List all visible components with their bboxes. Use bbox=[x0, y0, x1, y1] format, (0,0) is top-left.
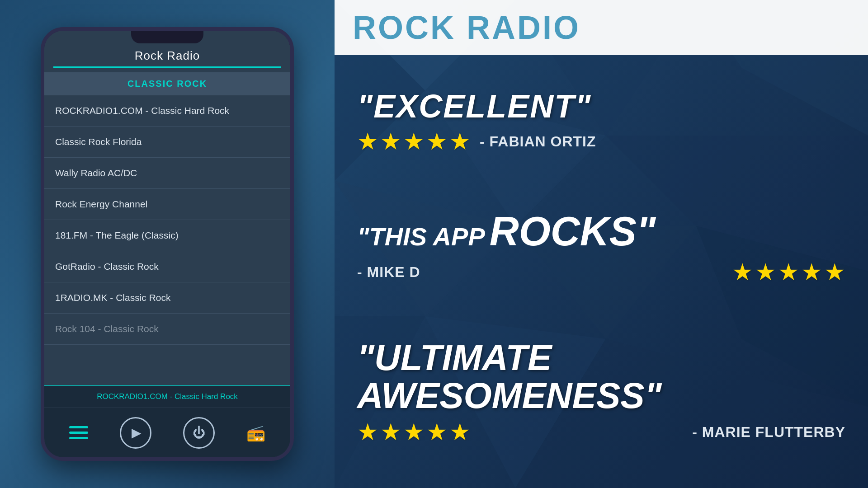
app-name: Rock Radio bbox=[53, 49, 281, 63]
play-button[interactable]: ▶ bbox=[120, 417, 151, 449]
star-2: ★ bbox=[380, 418, 401, 446]
hamburger-line-2 bbox=[69, 432, 88, 434]
review-1-stars: ★ ★ ★ ★ ★ bbox=[357, 128, 471, 155]
station-list: ROCKRADIO1.COM - Classic Hard Rock Class… bbox=[44, 95, 290, 385]
star-1: ★ bbox=[357, 128, 378, 155]
station-item[interactable]: Rock 104 - Classic Rock bbox=[44, 314, 290, 345]
review-2-quote-large: ROCKS" bbox=[490, 208, 656, 255]
phone-notch bbox=[131, 31, 203, 43]
review-3-stars-row: ★ ★ ★ ★ ★ - MARIE FLUTTERBY bbox=[357, 418, 845, 446]
radio-icon: 📻 bbox=[246, 424, 265, 442]
menu-button[interactable] bbox=[69, 426, 88, 439]
phone-frame: Rock Radio CLASSIC ROCK ROCKRADIO1.COM -… bbox=[41, 27, 294, 461]
station-name: 181.FM - The Eagle (Classic) bbox=[55, 230, 179, 240]
star-1: ★ bbox=[357, 418, 378, 446]
star-4: ★ bbox=[801, 258, 822, 286]
review-3-quote: "ULTIMATEAWESOMENESS" bbox=[357, 339, 845, 415]
station-item[interactable]: ROCKRADIO1.COM - Classic Hard Rock bbox=[44, 95, 290, 127]
radio-button[interactable]: 📻 bbox=[246, 424, 265, 442]
review-1-quote: "EXCELLENT" bbox=[357, 89, 845, 124]
star-5: ★ bbox=[824, 258, 845, 286]
star-5: ★ bbox=[449, 418, 471, 446]
station-item[interactable]: Rock Energy Channel bbox=[44, 189, 290, 220]
hamburger-icon bbox=[69, 426, 88, 439]
play-icon: ▶ bbox=[132, 425, 142, 440]
review-2-reviewer: - MIKE D bbox=[357, 264, 420, 281]
station-name: Classic Rock Florida bbox=[55, 136, 142, 147]
review-2: "THIS APP ROCKS" - MIKE D ★ ★ ★ ★ ★ bbox=[357, 208, 845, 286]
phone-screen: Rock Radio CLASSIC ROCK ROCKRADIO1.COM -… bbox=[44, 31, 290, 457]
review-3-reviewer: - MARIE FLUTTERBY bbox=[692, 424, 845, 441]
section-header: CLASSIC ROCK bbox=[44, 72, 290, 95]
review-3: "ULTIMATEAWESOMENESS" ★ ★ ★ ★ ★ - MARIE … bbox=[357, 339, 845, 446]
hamburger-line-3 bbox=[69, 437, 88, 439]
station-item[interactable]: GotRadio - Classic Rock bbox=[44, 251, 290, 282]
hamburger-line-1 bbox=[69, 426, 88, 428]
review-2-stars: ★ ★ ★ ★ ★ bbox=[732, 258, 845, 286]
section-header-text: CLASSIC ROCK bbox=[127, 79, 207, 89]
review-3-stars: ★ ★ ★ ★ ★ bbox=[357, 418, 471, 446]
station-name: 1RADIO.MK - Classic Rock bbox=[55, 292, 171, 303]
star-5: ★ bbox=[449, 128, 471, 155]
station-name: Rock Energy Channel bbox=[55, 199, 147, 209]
review-2-quote-small: "THIS APP bbox=[357, 222, 485, 251]
reviews-area: "EXCELLENT" ★ ★ ★ ★ ★ - FABIAN ORTIZ "TH… bbox=[335, 55, 868, 488]
station-item[interactable]: 1RADIO.MK - Classic Rock bbox=[44, 282, 290, 314]
station-name: ROCKRADIO1.COM - Classic Hard Rock bbox=[55, 105, 229, 116]
station-item[interactable]: Classic Rock Florida bbox=[44, 127, 290, 158]
review-1: "EXCELLENT" ★ ★ ★ ★ ★ - FABIAN ORTIZ bbox=[357, 89, 845, 155]
station-name: Wally Radio AC/DC bbox=[55, 168, 137, 178]
star-3: ★ bbox=[778, 258, 799, 286]
power-button[interactable]: ⏻ bbox=[183, 417, 215, 449]
star-1: ★ bbox=[732, 258, 753, 286]
now-playing-bar: ROCKRADIO1.COM - Classic Hard Rock bbox=[44, 385, 290, 408]
station-item[interactable]: 181.FM - The Eagle (Classic) bbox=[44, 220, 290, 251]
station-item[interactable]: Wally Radio AC/DC bbox=[44, 158, 290, 189]
review-2-quote: "THIS APP ROCKS" bbox=[357, 208, 845, 255]
star-2: ★ bbox=[755, 258, 776, 286]
app-title-bar: ROCK RADIO bbox=[335, 0, 868, 55]
power-icon: ⏻ bbox=[193, 425, 205, 440]
star-3: ★ bbox=[403, 418, 425, 446]
station-name: GotRadio - Classic Rock bbox=[55, 261, 159, 272]
right-content: ROCK RADIO "EXCELLENT" ★ ★ ★ ★ ★ - FABIA… bbox=[335, 0, 868, 488]
star-4: ★ bbox=[426, 418, 448, 446]
star-3: ★ bbox=[403, 128, 425, 155]
now-playing-text: ROCKRADIO1.COM - Classic Hard Rock bbox=[53, 392, 281, 401]
review-1-stars-row: ★ ★ ★ ★ ★ - FABIAN ORTIZ bbox=[357, 128, 845, 155]
title-underline bbox=[53, 66, 281, 68]
app-title: ROCK RADIO bbox=[353, 9, 580, 46]
right-panel: ROCK RADIO "EXCELLENT" ★ ★ ★ ★ ★ - FABIA… bbox=[335, 0, 868, 488]
station-name: Rock 104 - Classic Rock bbox=[55, 324, 159, 334]
bottom-nav: ▶ ⏻ 📻 bbox=[44, 408, 290, 457]
left-panel: Rock Radio CLASSIC ROCK ROCKRADIO1.COM -… bbox=[0, 0, 335, 488]
star-2: ★ bbox=[380, 128, 401, 155]
review-1-reviewer: - FABIAN ORTIZ bbox=[480, 133, 596, 150]
star-4: ★ bbox=[426, 128, 448, 155]
review-2-stars-row: - MIKE D ★ ★ ★ ★ ★ bbox=[357, 258, 845, 286]
